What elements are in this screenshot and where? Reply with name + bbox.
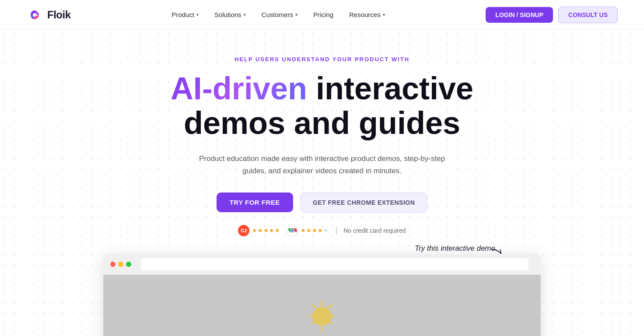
- svg-point-6: [312, 307, 332, 326]
- nav-item-resources[interactable]: Resources ▾: [349, 11, 385, 18]
- browser-mockup-wrapper: [103, 254, 541, 336]
- svg-line-11: [312, 304, 315, 308]
- chevron-down-icon: ▾: [295, 12, 298, 17]
- get-chrome-extension-button[interactable]: GET FREE CHROME EXTENSION: [300, 192, 427, 213]
- nav-item-solutions[interactable]: Solutions ▾: [214, 11, 246, 18]
- hero-title: AI-driven interactivedemos and guides: [171, 71, 473, 140]
- maximize-dot: [126, 262, 131, 267]
- nav-item-pricing[interactable]: Pricing: [313, 11, 333, 18]
- browser-traffic-lights: [110, 262, 131, 267]
- nav-item-product[interactable]: Product ▾: [172, 11, 199, 18]
- nav-links: Product ▾ Solutions ▾ Customers ▾ Pricin…: [172, 11, 385, 18]
- hero-eyebrow: HELP USERS UNDERSTAND YOUR PRODUCT WITH: [234, 56, 410, 63]
- chrome-rating: ★★★★★: [287, 225, 329, 236]
- browser-toolbar: [103, 254, 541, 275]
- try-for-free-button[interactable]: TRY FOR FREE: [217, 192, 293, 212]
- logo-link[interactable]: Floik: [26, 7, 71, 23]
- close-dot: [110, 262, 116, 267]
- nav-actions: LOGIN / SIGNUP CONSULT US: [486, 7, 618, 23]
- hero-title-gradient: AI-driven: [171, 71, 307, 106]
- nav-item-customers[interactable]: Customers ▾: [262, 11, 298, 18]
- browser-url-bar: [141, 258, 528, 270]
- navbar: Floik Product ▾ Solutions ▾ Customers ▾: [0, 0, 644, 30]
- divider: |: [335, 226, 337, 235]
- chrome-stars: ★★★★★: [301, 227, 329, 234]
- svg-point-5: [291, 229, 294, 232]
- g2-rating: G2 ★★★★★: [238, 225, 280, 236]
- chrome-icon: [287, 225, 298, 236]
- browser-mockup: [103, 254, 541, 336]
- hero-cta-row: TRY FOR FREE GET FREE CHROME EXTENSION: [217, 192, 428, 213]
- sun-illustration: [300, 292, 344, 336]
- g2-badge: G2: [238, 225, 249, 236]
- no-credit-card-label: No credit card required: [343, 227, 406, 234]
- login-signup-button[interactable]: LOGIN / SIGNUP: [486, 7, 553, 23]
- chevron-down-icon: ▾: [244, 12, 246, 17]
- hero-subtitle: Product education made easy with interac…: [191, 153, 453, 176]
- svg-point-1: [33, 13, 36, 17]
- hero-section: HELP USERS UNDERSTAND YOUR PRODUCT WITH …: [0, 30, 644, 336]
- browser-content: [103, 275, 541, 336]
- ratings-row: G2 ★★★★★ ★★★★★ | No credit card required: [238, 225, 406, 236]
- logo-icon: [26, 7, 43, 23]
- chevron-down-icon: ▾: [383, 12, 385, 17]
- g2-stars: ★★★★★: [252, 227, 280, 234]
- try-demo-annotation: Try this interactive demo: [415, 244, 495, 253]
- svg-line-13: [329, 304, 332, 308]
- chevron-down-icon: ▾: [196, 12, 199, 17]
- logo-wordmark: Floik: [47, 9, 71, 21]
- consult-us-button[interactable]: CONSULT US: [558, 7, 618, 23]
- minimize-dot: [118, 262, 123, 267]
